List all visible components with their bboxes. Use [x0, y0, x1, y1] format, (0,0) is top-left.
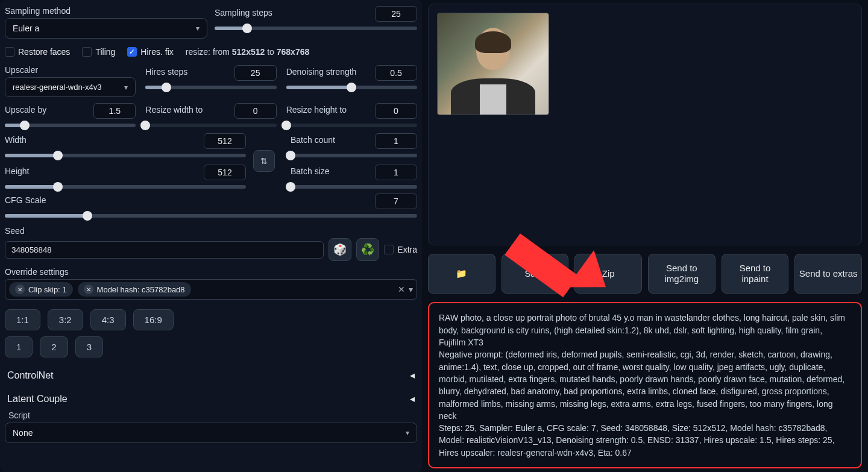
chevron-down-icon: ▾ — [124, 83, 128, 92]
seed-input[interactable] — [5, 241, 324, 259]
ratio-16-9-button[interactable]: 16:9 — [133, 309, 174, 330]
generated-image[interactable] — [437, 13, 549, 115]
hires-fix-checkbox[interactable]: ✓Hires. fix — [127, 47, 173, 57]
preset-3-button[interactable]: 3 — [75, 336, 103, 357]
preset-1-button[interactable]: 1 — [5, 336, 33, 357]
chevron-down-icon: ▾ — [196, 24, 200, 33]
caret-left-icon: ◂ — [410, 370, 415, 381]
reuse-seed-button[interactable]: ♻️ — [356, 238, 379, 261]
seed-label: Seed — [5, 226, 417, 236]
restore-faces-checkbox[interactable]: Restore faces — [5, 47, 70, 57]
override-tag[interactable]: ✕Clip skip: 1 — [9, 282, 73, 297]
ratio-3-2-button[interactable]: 3:2 — [48, 309, 83, 330]
sampling-method-label: Sampling method — [5, 6, 207, 16]
upscale-by-input[interactable] — [93, 103, 136, 119]
resize-w-input[interactable] — [234, 103, 277, 119]
batch-count-input[interactable] — [375, 133, 417, 149]
resize-h-slider[interactable] — [286, 124, 417, 127]
override-settings-field[interactable]: ✕Clip skip: 1 ✕Model hash: c35782bad8 ✕▾ — [5, 279, 417, 300]
script-dropdown[interactable]: None ▾ — [5, 423, 417, 443]
width-slider[interactable] — [5, 154, 246, 157]
chevron-down-icon[interactable]: ▾ — [409, 285, 413, 294]
batch-size-label: Batch size — [291, 166, 330, 176]
settings-panel: Sampling method Euler a ▾ Sampling steps… — [0, 0, 422, 472]
cfg-input[interactable] — [375, 194, 417, 209]
preset-2-button[interactable]: 2 — [40, 336, 68, 357]
tiling-checkbox[interactable]: Tiling — [82, 47, 115, 57]
chevron-down-icon: ▾ — [406, 429, 409, 437]
info-prompt: RAW photo, a close up portrait photo of … — [439, 312, 851, 348]
batch-size-slider[interactable] — [291, 185, 417, 189]
cfg-label: CFG Scale — [5, 195, 46, 205]
sampling-steps-slider[interactable] — [215, 27, 417, 30]
recycle-icon: ♻️ — [361, 243, 374, 256]
sampling-steps-label: Sampling steps — [215, 8, 272, 17]
height-label: Height — [5, 166, 29, 176]
info-params: Steps: 25, Sampler: Euler a, CFG scale: … — [439, 422, 851, 459]
upscale-by-label: Upscale by — [5, 105, 46, 115]
width-label: Width — [5, 135, 27, 145]
script-label: Script — [8, 411, 417, 420]
denoise-input[interactable] — [375, 65, 417, 81]
controlnet-accordion[interactable]: ControlNet◂ — [5, 363, 417, 387]
height-input[interactable] — [204, 165, 246, 180]
hires-steps-input[interactable] — [234, 65, 277, 81]
resize-h-input[interactable] — [375, 103, 417, 119]
upscaler-label: Upscaler — [5, 65, 136, 75]
cfg-slider[interactable] — [5, 214, 417, 218]
info-negative: Negative prompt: (deformed iris, deforme… — [439, 348, 851, 422]
resize-w-label: Resize width to — [145, 105, 203, 115]
remove-tag-icon[interactable]: ✕ — [84, 285, 93, 294]
hires-steps-label: Hires steps — [145, 67, 187, 77]
dice-icon: 🎲 — [333, 243, 347, 256]
clear-all-icon[interactable]: ✕ — [398, 285, 405, 294]
override-label: Override settings — [5, 267, 417, 277]
height-slider[interactable] — [5, 185, 246, 189]
batch-size-input[interactable] — [375, 165, 417, 180]
batch-count-label: Batch count — [291, 135, 335, 145]
caret-left-icon: ◂ — [410, 393, 415, 404]
sampling-method-dropdown[interactable]: Euler a ▾ — [5, 18, 207, 39]
denoise-label: Denoising strength — [286, 67, 357, 77]
batch-count-slider[interactable] — [291, 154, 417, 157]
resize-info: resize: from 512x512 to 768x768 — [186, 47, 310, 57]
image-preview-container — [428, 4, 862, 245]
sampling-steps-input[interactable] — [375, 6, 417, 22]
swap-dims-button[interactable]: ⇅ — [253, 150, 275, 172]
upscale-by-slider[interactable] — [5, 124, 136, 127]
send-extras-button[interactable]: Send to extras — [794, 254, 862, 294]
resize-w-slider[interactable] — [145, 124, 276, 127]
folder-icon: 📁 — [456, 268, 467, 279]
override-tag[interactable]: ✕Model hash: c35782bad8 — [78, 282, 191, 297]
send-inpaint-button[interactable]: Send to inpaint — [722, 254, 789, 294]
sampling-method-value: Euler a — [13, 24, 39, 33]
upscaler-dropdown[interactable]: realesr-general-wdn-x4v3 ▾ — [5, 77, 136, 97]
open-folder-button[interactable]: 📁 — [428, 254, 495, 294]
extra-checkbox[interactable]: Extra — [384, 245, 417, 254]
random-seed-button[interactable]: 🎲 — [329, 238, 351, 261]
remove-tag-icon[interactable]: ✕ — [15, 285, 25, 294]
width-input[interactable] — [204, 133, 246, 149]
denoise-slider[interactable] — [286, 86, 417, 89]
latent-couple-accordion[interactable]: Latent Couple◂ — [5, 387, 417, 411]
resize-h-label: Resize height to — [286, 105, 347, 115]
ratio-4-3-button[interactable]: 4:3 — [90, 309, 126, 330]
hires-steps-slider[interactable] — [145, 86, 276, 89]
generation-info: RAW photo, a close up portrait photo of … — [428, 302, 862, 468]
ratio-1-1-button[interactable]: 1:1 — [5, 309, 40, 330]
send-img2img-button[interactable]: Send to img2img — [648, 254, 715, 294]
output-panel: 📁 Save Zip Send to img2img Send to inpai… — [422, 0, 868, 472]
